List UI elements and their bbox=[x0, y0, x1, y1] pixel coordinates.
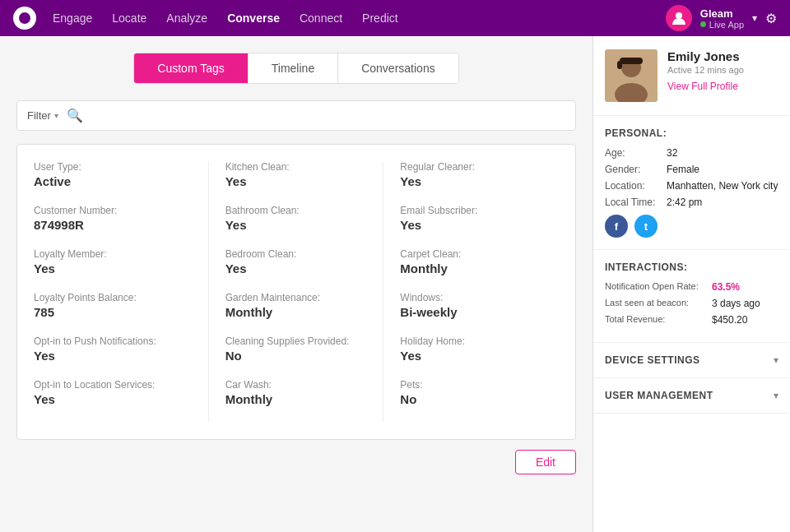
search-button[interactable]: 🔍 bbox=[67, 108, 83, 123]
field-location-services: Opt-in to Location Services: Yes bbox=[34, 379, 192, 406]
filter-button[interactable]: Filter ▾ bbox=[27, 109, 58, 122]
profile-status: Active 12 mins ago bbox=[667, 65, 778, 75]
field-car-wash: Car Wash: Monthly bbox=[225, 379, 367, 406]
profile-info: Emily Jones Active 12 mins ago View Full… bbox=[667, 49, 778, 93]
tab-bar: Custom Tags Timeline Conversations bbox=[16, 53, 576, 84]
field-cleaning-supplies: Cleaning Supplies Provided: No bbox=[225, 335, 367, 363]
nav-user-name: Gleam bbox=[700, 7, 744, 20]
field-customer-number: Customer Number: 874998R bbox=[34, 205, 192, 232]
data-col-3: Regular Cleaner: Yes Email Subscriber: Y… bbox=[383, 161, 559, 423]
nav-analyze[interactable]: Analyze bbox=[166, 12, 207, 25]
tab-conversations[interactable]: Conversations bbox=[338, 53, 458, 83]
status-dot bbox=[700, 21, 706, 27]
field-carpet-clean: Carpet Clean: Monthly bbox=[400, 248, 559, 275]
interactions-section: INTERACTIONS: Notification Open Rate: 63… bbox=[593, 250, 790, 343]
device-settings-section[interactable]: DEVICE SETTINGS ▾ bbox=[593, 343, 790, 378]
info-last-seen-beacon: Last seen at beacon: 3 days ago bbox=[605, 298, 778, 309]
nav-links: Engage Locate Analyze Converse Connect P… bbox=[53, 12, 666, 25]
info-age: Age: 32 bbox=[605, 147, 778, 159]
social-icons: f t bbox=[605, 215, 778, 238]
nav-right: Gleam Live App ▾ ⚙ bbox=[666, 5, 777, 31]
info-gender: Gender: Female bbox=[605, 164, 778, 175]
nav-connect[interactable]: Connect bbox=[300, 12, 342, 25]
filter-chevron-icon: ▾ bbox=[54, 111, 58, 120]
device-settings-chevron-icon: ▾ bbox=[774, 354, 778, 366]
nav-predict[interactable]: Predict bbox=[362, 12, 398, 25]
user-management-section[interactable]: USER MANAGEMENT ▾ bbox=[593, 378, 790, 414]
field-pets: Pets: No bbox=[400, 379, 559, 406]
data-col-2: Kitchen Clean: Yes Bathroom Clean: Yes B… bbox=[209, 161, 384, 423]
top-navigation: Engage Locate Analyze Converse Connect P… bbox=[0, 0, 790, 36]
view-full-profile-link[interactable]: View Full Profile bbox=[667, 81, 738, 92]
nav-user-status: Live App bbox=[700, 20, 744, 30]
tab-custom-tags[interactable]: Custom Tags bbox=[134, 53, 248, 83]
nav-converse[interactable]: Converse bbox=[227, 12, 280, 25]
nav-user-avatar bbox=[666, 5, 692, 31]
field-holiday-home: Holiday Home: Yes bbox=[400, 335, 559, 363]
filter-bar: Filter ▾ 🔍 bbox=[16, 100, 576, 131]
profile-photo-inner bbox=[605, 49, 658, 102]
field-bathroom-clean: Bathroom Clean: Yes bbox=[225, 205, 367, 232]
field-windows: Windows: Bi-weekly bbox=[400, 292, 559, 319]
tab-timeline[interactable]: Timeline bbox=[249, 53, 338, 83]
edit-row: Edit bbox=[16, 450, 576, 474]
profile-header: Emily Jones Active 12 mins ago View Full… bbox=[593, 36, 790, 116]
svg-rect-5 bbox=[617, 61, 622, 69]
personal-section-title: PERSONAL: bbox=[605, 127, 778, 139]
profile-name: Emily Jones bbox=[667, 49, 778, 63]
profile-photo bbox=[605, 49, 658, 102]
left-content: Custom Tags Timeline Conversations Filte… bbox=[0, 36, 592, 532]
nav-user-info: Gleam Live App bbox=[700, 7, 744, 30]
info-location: Location: Manhatten, New York city bbox=[605, 180, 778, 192]
twitter-icon[interactable]: t bbox=[634, 215, 658, 238]
right-panel: Emily Jones Active 12 mins ago View Full… bbox=[592, 36, 790, 532]
data-col-1: User Type: Active Customer Number: 87499… bbox=[34, 161, 209, 423]
field-kitchen-clean: Kitchen Clean: Yes bbox=[225, 161, 367, 188]
interactions-section-title: INTERACTIONS: bbox=[605, 261, 778, 273]
nav-dropdown-chevron[interactable]: ▾ bbox=[752, 12, 757, 24]
field-bedroom-clean: Bedroom Clean: Yes bbox=[225, 248, 367, 275]
field-user-type: User Type: Active bbox=[34, 161, 192, 188]
info-total-revenue: Total Revenue: $450.20 bbox=[605, 314, 778, 326]
nav-locate[interactable]: Locate bbox=[112, 12, 146, 25]
field-loyalty-points: Loyalty Points Balance: 785 bbox=[34, 292, 192, 319]
device-settings-title: DEVICE SETTINGS bbox=[605, 354, 700, 366]
info-notification-rate: Notification Open Rate: 63.5% bbox=[605, 281, 778, 293]
search-icon: 🔍 bbox=[67, 109, 83, 123]
personal-section: PERSONAL: Age: 32 Gender: Female Locatio… bbox=[593, 116, 790, 250]
field-email-subscriber: Email Subscriber: Yes bbox=[400, 205, 559, 232]
info-local-time: Local Time: 2:42 pm bbox=[605, 197, 778, 208]
app-logo bbox=[13, 7, 36, 30]
tab-bar-inner: Custom Tags Timeline Conversations bbox=[133, 53, 458, 84]
nav-engage[interactable]: Engage bbox=[53, 12, 92, 25]
user-management-title: USER MANAGEMENT bbox=[605, 390, 713, 401]
svg-rect-4 bbox=[620, 58, 643, 64]
edit-button[interactable]: Edit bbox=[515, 450, 576, 474]
field-regular-cleaner: Regular Cleaner: Yes bbox=[400, 161, 559, 188]
field-loyalty-member: Loyalty Member: Yes bbox=[34, 248, 192, 275]
facebook-icon[interactable]: f bbox=[605, 215, 628, 238]
field-garden-maintenance: Garden Maintenance: Monthly bbox=[225, 292, 367, 319]
data-grid: User Type: Active Customer Number: 87499… bbox=[16, 144, 576, 440]
user-management-chevron-icon: ▾ bbox=[774, 390, 778, 401]
filter-label: Filter bbox=[27, 109, 51, 122]
svg-point-0 bbox=[676, 12, 682, 19]
main-layout: Custom Tags Timeline Conversations Filte… bbox=[0, 36, 790, 532]
field-push-notifications: Opt-in to Push Notifications: Yes bbox=[34, 335, 192, 363]
settings-gear-icon[interactable]: ⚙ bbox=[765, 11, 777, 26]
